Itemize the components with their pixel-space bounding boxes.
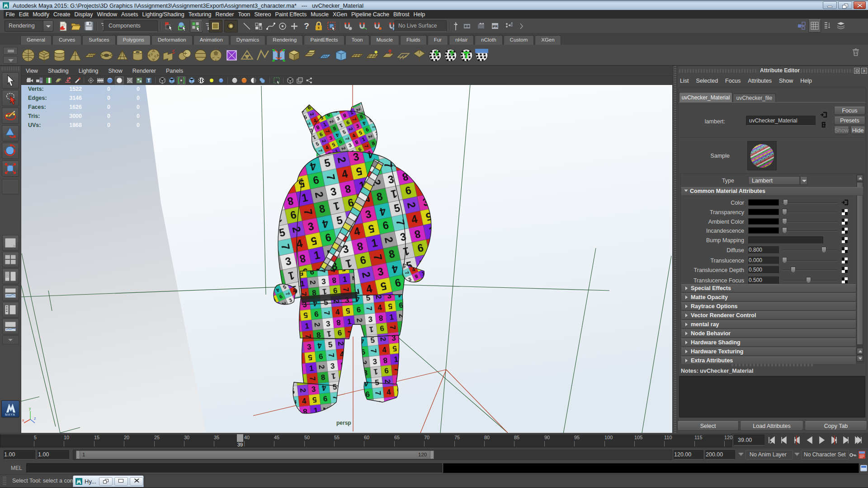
svg-text:Verts:: Verts: bbox=[28, 86, 44, 92]
svg-text:3000: 3000 bbox=[69, 113, 82, 119]
svg-text:1868: 1868 bbox=[69, 122, 82, 128]
svg-text:0: 0 bbox=[107, 95, 110, 101]
svg-text:UVs:: UVs: bbox=[28, 122, 41, 128]
svg-text:T: T bbox=[147, 78, 151, 83]
svg-text:0: 0 bbox=[137, 86, 140, 92]
svg-text:Faces:: Faces: bbox=[28, 104, 46, 110]
svg-text:0: 0 bbox=[107, 86, 110, 92]
svg-text:Edges:: Edges: bbox=[28, 95, 47, 101]
svg-text:0: 0 bbox=[137, 122, 140, 128]
svg-text:1626: 1626 bbox=[69, 104, 82, 110]
svg-text:0: 0 bbox=[107, 122, 110, 128]
svg-text:Tris:: Tris: bbox=[28, 113, 40, 119]
svg-text:0: 0 bbox=[137, 113, 140, 119]
svg-text:0: 0 bbox=[107, 104, 110, 110]
svg-text:0: 0 bbox=[137, 95, 140, 101]
svg-text:0: 0 bbox=[107, 113, 110, 119]
svg-text:0: 0 bbox=[137, 104, 140, 110]
svg-text:1522: 1522 bbox=[69, 86, 82, 92]
svg-text:y: y bbox=[29, 406, 31, 411]
svg-text:IPR: IPR bbox=[492, 25, 498, 28]
svg-text:x: x bbox=[22, 418, 24, 422]
svg-text:z: z bbox=[34, 416, 36, 421]
svg-text:persp: persp bbox=[336, 420, 351, 426]
svg-text:3146: 3146 bbox=[69, 95, 82, 101]
